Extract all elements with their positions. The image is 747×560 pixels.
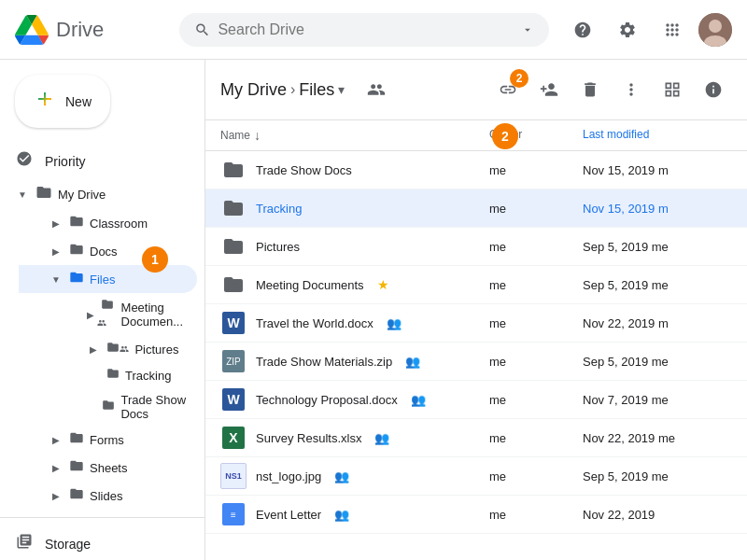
meeting-docs-label: Meeting Documen... bbox=[121, 301, 190, 329]
sidebar-item-forms[interactable]: ▶ Forms bbox=[19, 426, 197, 454]
file-name-cell: Trade Show Docs bbox=[220, 157, 489, 183]
table-row[interactable]: Pictures me Sep 5, 2019 me bbox=[205, 228, 747, 266]
link-button[interactable]: 2 bbox=[489, 71, 527, 108]
settings-button[interactable] bbox=[609, 11, 646, 49]
sidebar-item-meeting-docs[interactable]: ▶ Meeting Documen... bbox=[37, 293, 197, 336]
table-row[interactable]: ZIP Trade Show Materials.zip 👥 me Sep 5,… bbox=[205, 343, 747, 381]
sidebar-item-files[interactable]: ▼ Files bbox=[19, 265, 197, 293]
table-row[interactable]: Tracking me Nov 15, 2019 m bbox=[205, 189, 747, 228]
help-button[interactable] bbox=[564, 11, 601, 49]
file-owner: me bbox=[489, 278, 583, 292]
sidebar-item-priority-label: Priority bbox=[45, 154, 86, 169]
file-modified: Nov 22, 2019 me bbox=[583, 431, 732, 445]
breadcrumb-dropdown-icon: ▾ bbox=[338, 82, 345, 97]
forms-toggle: ▶ bbox=[49, 435, 63, 445]
link-badge: 2 bbox=[510, 69, 529, 88]
file-name-cell: X Survey Results.xlsx 👥 bbox=[220, 425, 489, 451]
sidebar-item-trade-show-docs[interactable]: Trade Show Docs bbox=[37, 388, 197, 426]
sheets-label: Sheets bbox=[90, 461, 127, 475]
breadcrumb: My Drive › Files ▾ bbox=[220, 80, 345, 100]
file-icon: ZIP bbox=[220, 348, 247, 374]
owner-header-label: Owner bbox=[489, 128, 522, 141]
table-row[interactable]: X Survey Results.xlsx 👥 me Nov 22, 2019 … bbox=[205, 419, 747, 457]
table-header: Name ↓ Owner Last modified bbox=[205, 120, 747, 151]
main-layout: New Priority ▼ My Drive bbox=[0, 60, 747, 560]
file-name-cell: Tracking bbox=[220, 195, 489, 221]
breadcrumb-separator: › bbox=[290, 81, 295, 98]
file-table: Name ↓ Owner Last modified Trade Show Do… bbox=[205, 120, 747, 560]
file-icon: W bbox=[220, 310, 247, 336]
sidebar-divider bbox=[0, 517, 204, 518]
file-modified: Nov 15, 2019 m bbox=[583, 163, 732, 177]
mydrive-toggle: ▼ bbox=[15, 189, 30, 200]
file-icon bbox=[220, 157, 247, 183]
new-button[interactable]: New bbox=[15, 75, 110, 128]
forms-icon bbox=[69, 430, 84, 449]
people-icon: 👥 bbox=[411, 393, 426, 407]
mydrive-icon bbox=[35, 184, 52, 204]
sidebar-item-docs[interactable]: ▶ Docs bbox=[19, 237, 197, 265]
docs-toggle: ▶ bbox=[49, 246, 63, 257]
search-bar[interactable] bbox=[179, 13, 549, 47]
sidebar-item-slides[interactable]: ▶ Slides bbox=[19, 482, 197, 510]
grid-view-button[interactable] bbox=[654, 71, 691, 108]
add-person-button[interactable] bbox=[530, 71, 568, 108]
sidebar-item-tracking[interactable]: Tracking bbox=[37, 362, 197, 388]
breadcrumb-current[interactable]: Files ▾ bbox=[299, 80, 345, 100]
tracking-label: Tracking bbox=[125, 369, 171, 383]
table-row[interactable]: ≡ Event Letter 👥 me Nov 22, 2019 bbox=[205, 496, 747, 534]
sidebar-item-pictures[interactable]: ▶ Pictures bbox=[37, 336, 197, 362]
col-header-name[interactable]: Name ↓ bbox=[220, 128, 489, 143]
search-input[interactable] bbox=[218, 21, 514, 38]
star-icon: ★ bbox=[377, 277, 389, 292]
file-name: Travel the World.docx bbox=[256, 316, 374, 330]
breadcrumb-parent[interactable]: My Drive bbox=[220, 80, 287, 100]
file-owner: me bbox=[489, 393, 583, 407]
app-header: Drive bbox=[0, 0, 747, 60]
files-icon bbox=[69, 270, 84, 288]
avatar[interactable] bbox=[698, 13, 732, 47]
classroom-icon bbox=[69, 214, 84, 232]
table-row[interactable]: Trade Show Docs me Nov 15, 2019 m bbox=[205, 151, 747, 189]
docs-label: Docs bbox=[90, 245, 118, 259]
sidebar-item-storage: Storage bbox=[0, 525, 197, 560]
file-name-cell: Pictures bbox=[220, 233, 489, 259]
people-icon: 👥 bbox=[334, 508, 349, 522]
table-row[interactable]: W Technology Proposal.docx 👥 me Nov 7, 2… bbox=[205, 381, 747, 419]
table-row[interactable]: Meeting Documents ★ me Sep 5, 2019 me bbox=[205, 266, 747, 304]
file-modified: Nov 22, 2019 m bbox=[583, 316, 732, 330]
file-owner: me bbox=[489, 469, 583, 483]
sidebar-item-mydrive[interactable]: ▼ My Drive bbox=[0, 179, 197, 209]
table-row[interactable]: NS1 nst_logo.jpg 👥 me Sep 5, 2019 me bbox=[205, 457, 747, 496]
file-owner: me bbox=[489, 202, 583, 216]
people-icon: 👥 bbox=[374, 431, 389, 445]
content-area: My Drive › Files ▾ 2 bbox=[205, 60, 747, 560]
file-modified: Sep 5, 2019 me bbox=[583, 240, 732, 254]
sidebar-item-sheets[interactable]: ▶ Sheets bbox=[19, 454, 197, 482]
trash-button[interactable] bbox=[571, 71, 609, 108]
shared-folder-button[interactable] bbox=[359, 73, 393, 106]
sheets-icon bbox=[69, 458, 84, 477]
file-name: Pictures bbox=[256, 240, 300, 254]
apps-button[interactable] bbox=[654, 11, 691, 49]
file-modified: Sep 5, 2019 me bbox=[583, 469, 732, 483]
sidebar: New Priority ▼ My Drive bbox=[0, 60, 205, 560]
file-icon: X bbox=[220, 425, 247, 451]
info-button[interactable] bbox=[695, 71, 732, 108]
files-label: Files bbox=[90, 273, 115, 287]
file-name: Trade Show Docs bbox=[256, 163, 352, 177]
storage-label: Storage bbox=[45, 537, 91, 552]
file-owner: me bbox=[489, 508, 583, 522]
file-badges: 👥 bbox=[405, 355, 420, 369]
file-name-cell: ZIP Trade Show Materials.zip 👥 bbox=[220, 348, 489, 374]
sidebar-item-priority[interactable]: Priority bbox=[0, 143, 197, 179]
trade-show-docs-label: Trade Show Docs bbox=[120, 393, 190, 421]
file-name-cell: Meeting Documents ★ bbox=[220, 272, 489, 298]
file-owner: me bbox=[489, 163, 583, 177]
file-badges: 👥 bbox=[334, 508, 349, 522]
people-icon: 👥 bbox=[387, 316, 402, 330]
more-button[interactable] bbox=[613, 71, 650, 108]
table-row[interactable]: W Travel the World.docx 👥 me Nov 22, 201… bbox=[205, 304, 747, 343]
sheets-toggle: ▶ bbox=[49, 463, 63, 473]
sidebar-item-classroom[interactable]: ▶ Classroom bbox=[19, 209, 197, 237]
